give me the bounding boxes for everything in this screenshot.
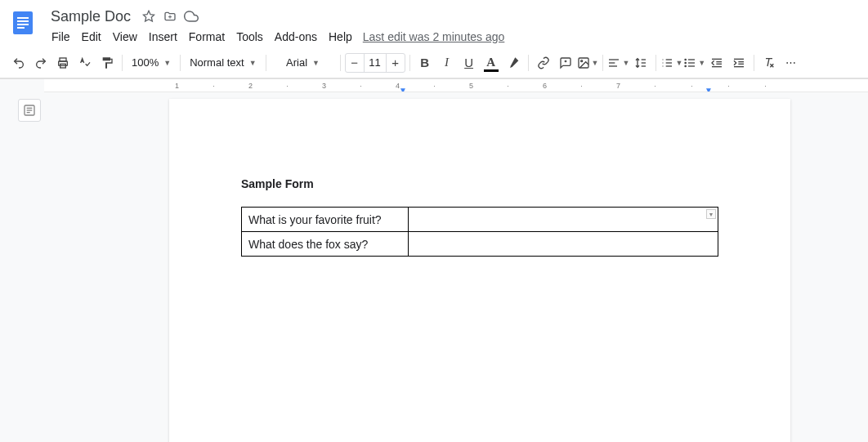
font-size-decrease[interactable]: −: [346, 54, 364, 72]
svg-rect-2: [17, 20, 29, 22]
workspace: 1·2·3·4·5·6·7···· ▼ ▼ Sample Form What i…: [0, 78, 868, 442]
svg-rect-1: [17, 17, 29, 19]
menubar: File Edit View Insert Format Tools Add-o…: [46, 26, 861, 47]
font-size-control: − 11 +: [345, 53, 405, 73]
star-icon[interactable]: [141, 8, 157, 25]
redo-button[interactable]: [30, 52, 51, 74]
separator: [655, 55, 656, 71]
font-size-increase[interactable]: +: [387, 54, 405, 72]
document-page[interactable]: Sample Form What is your favorite fruit?…: [169, 99, 790, 442]
toolbar: 100%▼ Normal text▼ Arial▼ − 11 + B I U A…: [0, 47, 868, 78]
bold-button[interactable]: B: [414, 52, 436, 74]
menu-insert[interactable]: Insert: [143, 27, 183, 47]
more-button[interactable]: ⋯: [781, 52, 802, 74]
chevron-down-icon: ▼: [698, 59, 705, 67]
separator: [180, 55, 181, 71]
insert-image-button[interactable]: ▼: [577, 52, 599, 74]
separator: [266, 55, 266, 71]
move-icon[interactable]: [162, 8, 178, 25]
docs-logo[interactable]: [7, 7, 39, 39]
print-button[interactable]: [52, 52, 74, 74]
numbered-list-button[interactable]: ▼: [660, 52, 682, 74]
table-row[interactable]: What does the fox say?: [242, 232, 718, 257]
font-size-input[interactable]: 11: [364, 54, 387, 72]
separator: [754, 55, 754, 71]
align-button[interactable]: ▼: [607, 52, 629, 74]
highlight-button[interactable]: [503, 52, 524, 74]
cloud-status-icon[interactable]: [183, 8, 199, 25]
menu-help[interactable]: Help: [323, 27, 358, 47]
horizontal-ruler[interactable]: 1·2·3·4·5·6·7···· ▼ ▼: [44, 79, 868, 92]
menu-edit[interactable]: Edit: [76, 27, 107, 47]
italic-button[interactable]: I: [436, 52, 458, 74]
form-table[interactable]: What is your favorite fruit? ▼ What does…: [241, 207, 718, 257]
bulleted-list-button[interactable]: ▼: [683, 52, 705, 74]
separator: [409, 55, 410, 71]
app-header: Sample Doc File Edit View Insert Format …: [0, 0, 868, 47]
indent-marker-first-line[interactable]: ▼: [399, 86, 407, 92]
svg-rect-0: [13, 11, 33, 34]
svg-point-23: [685, 59, 686, 60]
font-select[interactable]: Arial▼: [271, 52, 336, 74]
paragraph-style-select[interactable]: Normal text▼: [185, 52, 261, 74]
line-spacing-button[interactable]: [630, 52, 651, 74]
svg-marker-5: [143, 11, 154, 21]
menu-file[interactable]: File: [46, 27, 76, 47]
chevron-down-icon: ▼: [622, 59, 629, 67]
insert-comment-button[interactable]: [555, 52, 576, 74]
menu-format[interactable]: Format: [183, 27, 230, 47]
menu-addons[interactable]: Add-ons: [269, 27, 323, 47]
separator: [340, 55, 341, 71]
zoom-select[interactable]: 100%▼: [127, 52, 176, 74]
clear-formatting-button[interactable]: [758, 52, 780, 74]
underline-button[interactable]: U: [459, 52, 480, 74]
svg-rect-3: [17, 24, 29, 25]
question-cell[interactable]: What does the fox say?: [242, 232, 409, 257]
spellcheck-button[interactable]: [74, 52, 96, 74]
dropdown-icon[interactable]: ▼: [706, 209, 716, 219]
text-color-button[interactable]: A: [481, 52, 502, 74]
table-row[interactable]: What is your favorite fruit? ▼: [242, 208, 718, 232]
increase-indent-button[interactable]: [728, 52, 749, 74]
separator: [528, 55, 529, 71]
insert-link-button[interactable]: [533, 52, 554, 74]
undo-button[interactable]: [8, 52, 29, 74]
svg-point-25: [685, 65, 686, 66]
svg-rect-4: [17, 27, 25, 29]
chevron-down-icon: ▼: [249, 59, 257, 67]
document-title[interactable]: Sample Doc: [46, 7, 136, 27]
form-heading[interactable]: Sample Form: [241, 177, 718, 190]
chevron-down-icon: ▼: [675, 59, 682, 67]
menu-view[interactable]: View: [107, 27, 143, 47]
paint-format-button[interactable]: [96, 52, 118, 74]
svg-point-24: [685, 62, 686, 63]
answer-cell[interactable]: ▼: [409, 208, 718, 232]
chevron-down-icon: ▼: [163, 59, 171, 67]
separator: [122, 55, 123, 71]
indent-marker-right[interactable]: ▼: [705, 86, 713, 92]
last-edit-link[interactable]: Last edit was 2 minutes ago: [363, 30, 505, 43]
separator: [602, 55, 603, 71]
chevron-down-icon: ▼: [312, 59, 320, 67]
decrease-indent-button[interactable]: [706, 52, 727, 74]
question-cell[interactable]: What is your favorite fruit?: [242, 208, 409, 232]
outline-toggle-button[interactable]: [18, 99, 41, 122]
svg-point-10: [580, 60, 582, 61]
menu-tools[interactable]: Tools: [230, 27, 269, 47]
answer-cell[interactable]: [409, 232, 718, 257]
chevron-down-icon: ▼: [592, 59, 599, 67]
